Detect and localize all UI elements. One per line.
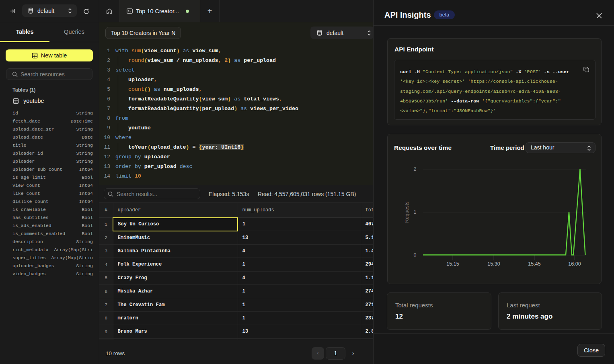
svg-text:2: 2 xyxy=(414,166,417,172)
svg-text:1: 1 xyxy=(414,209,417,215)
svg-text:15:45: 15:45 xyxy=(528,261,540,267)
svg-text:15:15: 15:15 xyxy=(446,261,459,267)
svg-text:0: 0 xyxy=(414,252,417,258)
svg-text:Requests: Requests xyxy=(404,202,410,223)
svg-text:16:00: 16:00 xyxy=(568,261,581,267)
svg-text:15:30: 15:30 xyxy=(487,261,500,267)
